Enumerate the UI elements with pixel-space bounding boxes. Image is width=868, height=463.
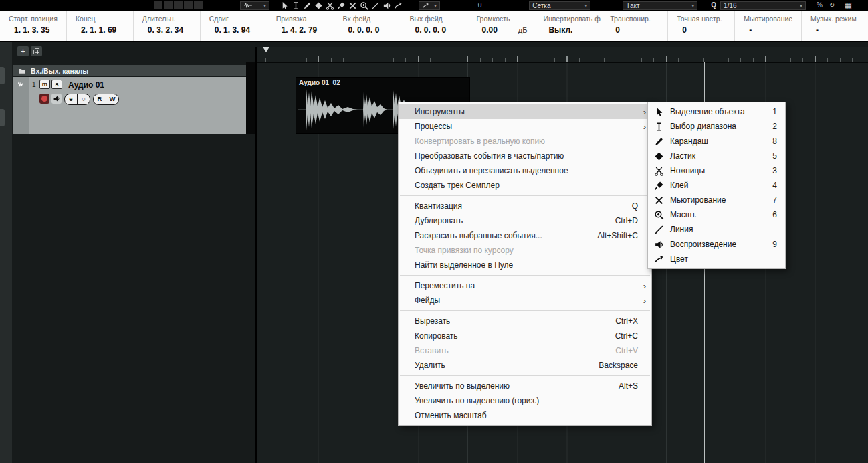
swing-icon[interactable]: % <box>817 1 823 10</box>
record-enable-button[interactable] <box>39 94 49 104</box>
context-menu-item[interactable]: Увеличить по выделению Alt+S <box>399 379 651 393</box>
keyboard-icon[interactable]: ▦ <box>844 1 851 10</box>
monitor-button[interactable] <box>51 94 62 104</box>
playhead-marker-icon[interactable] <box>263 47 269 52</box>
context-menu-item[interactable]: Фейды <box>399 293 651 308</box>
info-field-value[interactable]: 1. 4. 2. 79 <box>282 25 317 35</box>
info-field-value[interactable]: 2. 1. 1. 69 <box>81 25 116 35</box>
info-field-value[interactable]: 0. 1. 3. 94 <box>215 25 250 35</box>
context-menu-item[interactable]: Вырезать Ctrl+X <box>399 314 651 329</box>
context-menu-item[interactable]: Создать трек Семплер <box>399 178 651 193</box>
tools-submenu-item[interactable]: Карандаш 8 <box>648 134 785 149</box>
info-field[interactable]: Вых фейд 0. 0. 0. 0 <box>401 11 467 41</box>
mute-icon[interactable] <box>348 1 357 10</box>
tools-submenu-item[interactable]: Клей 4 <box>648 178 785 193</box>
automation-button[interactable] <box>174 1 183 9</box>
tools-submenu-item[interactable]: Воспроизведение 9 <box>648 237 785 252</box>
automation-button[interactable] <box>154 1 162 9</box>
grid-resolution-dropdown[interactable]: Такт <box>623 1 697 10</box>
info-field[interactable]: Сдвиг 0. 1. 3. 94 <box>200 11 267 41</box>
info-field[interactable]: Старт. позиция 1. 1. 3. 35 <box>0 11 66 41</box>
grid-resolution-label: Такт <box>626 2 639 9</box>
context-menu-item[interactable]: Процессы <box>399 119 651 134</box>
context-menu-item[interactable]: Вставить Ctrl+V <box>399 343 651 358</box>
info-field[interactable]: Транспонир. 0 <box>601 11 667 41</box>
context-menu-item[interactable]: Дублировать Ctrl+D <box>399 213 651 228</box>
context-menu-item[interactable]: Раскрасить выбранные события... Alt+Shif… <box>399 228 651 243</box>
zoom-icon[interactable] <box>360 1 368 10</box>
grid-type-dropdown[interactable]: Сетка <box>529 1 590 10</box>
info-field-value[interactable]: 1. 1. 3. 35 <box>14 25 49 35</box>
audio-mode-dropdown[interactable] <box>240 1 269 10</box>
scissors-icon[interactable] <box>326 1 334 10</box>
context-menu-item[interactable]: Квантизация Q <box>399 199 651 213</box>
context-menu-item[interactable]: Конвертировать в реальную копию <box>399 134 651 149</box>
context-menu-item[interactable]: Отменить масштаб <box>399 408 651 423</box>
tools-submenu-item[interactable]: Выбор диапазона 2 <box>648 119 785 134</box>
tools-submenu-item[interactable]: Цвет <box>648 252 785 266</box>
context-menu-item[interactable]: Найти выделенное в Пуле <box>399 258 651 272</box>
automation-button[interactable] <box>194 1 203 9</box>
tools-submenu-item[interactable]: Выделение объекта 1 <box>648 104 785 119</box>
info-field-value[interactable]: Выкл. <box>548 25 572 35</box>
automation-button[interactable] <box>164 1 173 9</box>
context-menu-item[interactable]: Преобразовать события в часть/партию <box>399 149 651 163</box>
color-tool-dropdown[interactable] <box>419 1 440 10</box>
track-presets-button[interactable] <box>31 46 42 56</box>
range-selection-icon[interactable] <box>292 1 300 10</box>
play-icon[interactable] <box>383 1 391 10</box>
pencil-icon[interactable] <box>303 1 312 10</box>
tools-submenu-item[interactable]: Ножницы 3 <box>648 163 785 178</box>
line-icon[interactable] <box>371 1 380 10</box>
info-field[interactable]: Мьютирование - <box>734 11 801 41</box>
info-field-value[interactable]: 0. 0. 0. 0 <box>348 25 380 35</box>
info-field[interactable]: Конец 2. 1. 1. 69 <box>66 11 133 41</box>
solo-button[interactable]: s <box>51 80 62 89</box>
info-field[interactable]: Длительн. 0. 3. 2. 34 <box>133 11 200 41</box>
left-zone-tab-2[interactable] <box>0 109 5 126</box>
info-field-value[interactable]: 0. 3. 2. 34 <box>148 25 183 35</box>
folder-track-row[interactable]: Вх./Вых. каналы <box>13 65 246 76</box>
tools-submenu-item[interactable]: Ластик 5 <box>648 149 785 163</box>
context-menu-item[interactable]: Точка привязки по курсору <box>399 243 651 258</box>
info-field[interactable]: Инвертировать фазу Выкл. <box>534 11 601 41</box>
automation-button[interactable] <box>184 1 193 9</box>
track-name[interactable]: Аудио 01 <box>68 80 104 90</box>
add-track-button[interactable]: + <box>17 46 29 56</box>
object-selection-icon[interactable] <box>280 1 289 10</box>
info-field[interactable]: Музык. режим - <box>801 11 868 41</box>
read-automation-button[interactable]: R <box>94 94 106 104</box>
context-menu-item[interactable]: Объединить и перезаписать выделенное <box>399 163 651 178</box>
glue-icon[interactable] <box>337 1 346 10</box>
info-field-value[interactable]: - <box>816 25 819 35</box>
context-menu-item[interactable]: Инструменты <box>399 104 651 119</box>
context-menu-item[interactable]: Удалить Backspace <box>399 358 651 373</box>
info-field[interactable]: Вх фейд 0. 0. 0. 0 <box>334 11 401 41</box>
left-zone-tab-1[interactable] <box>0 67 5 84</box>
tools-submenu-item[interactable]: Мьютирование 7 <box>648 193 785 207</box>
iterative-quantize-icon[interactable]: ↻ <box>829 1 835 10</box>
quantize-dropdown[interactable]: 1/16 <box>720 1 806 10</box>
audio-track-row[interactable]: 1 m s Аудио 01 e ○ R W <box>13 77 246 134</box>
info-field-value[interactable]: 0. 0. 0. 0 <box>415 25 447 35</box>
info-field[interactable]: Привязка 1. 4. 2. 79 <box>267 11 334 41</box>
color-icon[interactable] <box>394 1 403 10</box>
write-automation-button[interactable]: W <box>106 94 118 104</box>
edit-channel-button[interactable]: e <box>65 94 77 104</box>
info-field[interactable]: Точная настр. 0 <box>667 11 734 41</box>
timeline-ruler[interactable] <box>257 47 868 63</box>
snap-magnet-icon[interactable]: ∪ <box>477 1 482 10</box>
info-field-value[interactable]: 0 <box>682 25 687 35</box>
info-field-value[interactable]: 0.00 <box>481 25 497 35</box>
tools-submenu-item[interactable]: Масшт. 6 <box>648 207 785 222</box>
mute-button[interactable]: m <box>39 80 50 89</box>
eraser-icon[interactable] <box>314 1 323 10</box>
context-menu-item[interactable]: Переместить на <box>399 278 651 293</box>
info-field[interactable]: Громкость 0.00 дБ <box>467 11 534 41</box>
freeze-button[interactable]: ○ <box>77 94 90 104</box>
context-menu-item[interactable]: Копировать Ctrl+C <box>399 329 651 343</box>
tools-submenu-item[interactable]: Линия <box>648 222 785 237</box>
info-field-value[interactable]: - <box>749 25 752 35</box>
info-field-value[interactable]: 0 <box>615 25 620 35</box>
context-menu-item[interactable]: Увеличить по выделению (гориз.) <box>399 393 651 408</box>
